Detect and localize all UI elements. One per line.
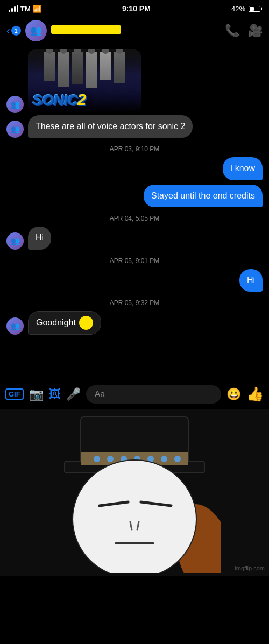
outgoing-bubble: Hi <box>239 269 263 292</box>
meme-image: imgflip.com <box>0 409 269 576</box>
meme-face-area: imgflip.com <box>0 409 269 576</box>
emoji-button[interactable]: 😀 <box>226 387 241 401</box>
message-row: 👥 Hi <box>0 224 269 251</box>
timestamp: APR 05, 9:01 PM <box>0 252 269 267</box>
message-text: Stayed until the end credits <box>151 191 255 200</box>
message-text: I know <box>230 164 255 173</box>
imgflip-watermark: imgflip.com <box>235 565 265 571</box>
incoming-bubble: These are all of voice actors for sonic … <box>28 115 193 138</box>
incoming-bubble: Hi <box>28 227 51 249</box>
cartoon-face-svg <box>48 412 221 573</box>
status-left: TM 📶 <box>9 5 41 13</box>
message-input[interactable]: Aa <box>86 385 221 404</box>
sender-avatar: 👥 <box>6 317 24 335</box>
sender-avatar: 👥 <box>6 232 24 250</box>
message-row: I know <box>0 155 269 182</box>
sender-avatar: 👥 <box>6 96 24 113</box>
back-button[interactable]: ‹ 1 <box>6 24 21 37</box>
time-label: 9:10 PM <box>122 4 151 13</box>
contact-name-redacted <box>51 25 121 34</box>
status-bar: TM 📶 9:10 PM 42% <box>0 0 269 16</box>
carrier-label: TM <box>20 5 31 13</box>
svg-point-5 <box>94 456 100 462</box>
like-button[interactable]: 👍 <box>246 386 264 402</box>
microphone-button[interactable]: 🎤 <box>66 387 81 401</box>
outgoing-bubble: Stayed until the end credits <box>144 185 263 207</box>
battery-icon <box>249 6 260 12</box>
outgoing-bubble: I know <box>223 157 263 180</box>
svg-point-6 <box>107 456 114 462</box>
camera-button[interactable]: 📷 <box>29 387 44 401</box>
input-placeholder: Aa <box>95 390 105 399</box>
timestamp: APR 03, 9:10 PM <box>0 140 269 155</box>
sender-avatar: 👥 <box>6 121 24 138</box>
message-text: Hi <box>247 275 255 285</box>
media-message: 👥 SONIC2 <box>0 45 269 113</box>
svg-point-11 <box>174 456 181 462</box>
notification-badge: 1 <box>11 26 21 36</box>
contact-name-block <box>51 25 221 36</box>
image-button[interactable]: 🖼 <box>49 387 61 401</box>
sonic-image: SONIC2 <box>28 49 141 113</box>
video-call-button[interactable]: 🎥 <box>248 24 263 38</box>
timestamp: APR 04, 5:05 PM <box>0 209 269 224</box>
svg-point-10 <box>161 456 167 462</box>
gif-button[interactable]: GIF <box>5 388 24 400</box>
chat-body: 👥 SONIC2 👥 These are all of voice act <box>0 45 269 379</box>
message-text: Hi <box>36 233 44 242</box>
message-row: Hi <box>0 267 269 294</box>
chat-header: ‹ 1 👥 📞 🎥 <box>0 16 269 45</box>
message-row: 👥 These are all of voice actors for soni… <box>0 113 269 140</box>
header-actions: 📞 🎥 <box>225 24 263 38</box>
timestamp: APR 05, 9:32 PM <box>0 294 269 309</box>
call-button[interactable]: 📞 <box>225 24 239 38</box>
goodnight-text: Goodnight <box>36 318 76 328</box>
message-text: These are all of voice actors for sonic … <box>36 122 185 131</box>
signal-icon <box>9 5 18 12</box>
message-row: Stayed until the end credits <box>0 182 269 209</box>
sonic-title-text: SONIC2 <box>32 90 86 109</box>
back-chevron-icon: ‹ <box>6 24 10 37</box>
wifi-icon: 📶 <box>33 5 41 13</box>
avatar[interactable]: 👥 <box>25 20 47 41</box>
emoji-redacted <box>79 316 93 330</box>
goodnight-message-row: 👥 Goodnight <box>0 309 269 337</box>
battery-pct-label: 42% <box>231 5 245 13</box>
goodnight-bubble: Goodnight <box>28 311 101 335</box>
input-bar: GIF 📷 🖼 🎤 Aa 😀 👍 <box>0 379 269 409</box>
status-right: 42% <box>231 5 260 13</box>
